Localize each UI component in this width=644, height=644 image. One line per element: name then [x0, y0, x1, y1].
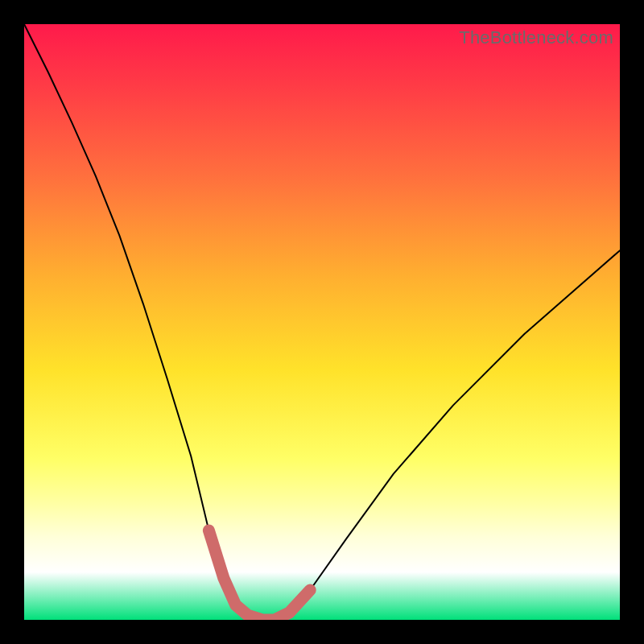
optimal-zone-path [208, 530, 310, 620]
bottleneck-curve-path [24, 24, 620, 620]
attribution-watermark: TheBottleneck.com [459, 27, 613, 48]
chart-stage: TheBottleneck.com [0, 0, 644, 644]
chart-plot-area: TheBottleneck.com [24, 24, 620, 620]
curve-layer [24, 24, 620, 620]
